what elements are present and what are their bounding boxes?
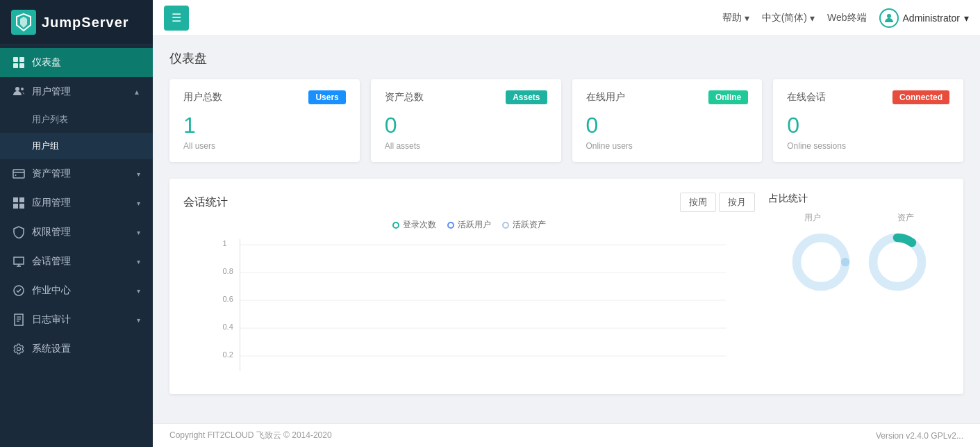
sidebar-label-log-audit: 日志审计: [32, 314, 137, 326]
stat-desc-connected: Online sessions: [787, 141, 949, 151]
lang-link[interactable]: 中文(简体) ▾: [762, 12, 815, 24]
footer-version: Version v2.4.0 GPLv2...: [876, 431, 963, 441]
help-link[interactable]: 帮助 ▾: [722, 12, 749, 24]
sidebar-label-user-list: 用户列表: [32, 113, 68, 126]
stat-card-assets-title: 资产总数: [385, 91, 424, 104]
stat-card-users: 用户总数 Users 1 All users: [169, 79, 360, 162]
stat-value-assets: 0: [385, 113, 547, 138]
sidebar-item-permission-management[interactable]: 权限管理 ▾: [0, 218, 153, 247]
sidebar-label-permission-management: 权限管理: [32, 226, 137, 238]
sidebar-item-task-center[interactable]: 作业中心 ▾: [0, 276, 153, 305]
sidebar-toggle-button[interactable]: ☰: [164, 6, 189, 31]
svg-rect-5: [13, 63, 18, 68]
stat-card-connected-header: 在线会话 Connected: [787, 90, 949, 104]
app-management-arrow: ▾: [137, 200, 140, 207]
svg-text:0.6: 0.6: [223, 295, 233, 303]
stat-desc-online-users: Online users: [586, 141, 749, 151]
sidebar-item-system-settings[interactable]: 系统设置: [0, 334, 153, 364]
chart-btn-month[interactable]: 按月: [719, 193, 755, 212]
lang-arrow: ▾: [810, 13, 815, 24]
pie-labels-row: 用户 资产: [769, 212, 949, 224]
sidebar-item-dashboard[interactable]: 仪表盘: [0, 48, 153, 77]
sidebar-item-session-management[interactable]: 会话管理 ▾: [0, 247, 153, 276]
svg-point-7: [15, 87, 19, 91]
chart-right: 占比统计 用户 资产: [769, 193, 949, 380]
asset-management-arrow: ▾: [137, 170, 140, 178]
stat-card-assets: 资产总数 Assets 0 All assets: [371, 79, 561, 162]
log-audit-arrow: ▾: [137, 316, 140, 324]
chart-section: 会话统计 按周 按月 登录次数: [169, 179, 963, 394]
sidebar-item-log-audit[interactable]: 日志审计 ▾: [0, 305, 153, 334]
sidebar-item-user-list[interactable]: 用户列表: [0, 106, 153, 133]
svg-point-32: [797, 238, 845, 286]
user-avatar: [879, 8, 899, 28]
stat-value-online-users: 0: [586, 113, 749, 138]
help-arrow: ▾: [745, 13, 749, 24]
stats-grid: 用户总数 Users 1 All users 资产总数 Assets 0 All…: [169, 79, 963, 162]
svg-text:0.8: 0.8: [223, 267, 233, 275]
sidebar-label-app-management: 应用管理: [32, 197, 137, 209]
main-area: ☰ 帮助 ▾ 中文(简体) ▾ Web终端 Admini: [153, 0, 980, 447]
chart-title: 会话统计: [183, 195, 228, 210]
stat-value-users: 1: [183, 113, 346, 138]
legend-dot-active-assets: [502, 222, 509, 229]
legend-item-active-assets: 活跃资产: [502, 219, 546, 231]
stat-desc-users: All users: [183, 141, 346, 151]
log-icon: [13, 314, 25, 326]
sidebar-label-session-management: 会话管理: [32, 255, 137, 268]
user-arrow: ▾: [964, 13, 969, 24]
svg-text:1: 1: [223, 239, 227, 247]
svg-rect-14: [13, 204, 18, 209]
stat-badge-connected: Connected: [892, 90, 949, 104]
chart-btn-week[interactable]: 按周: [680, 193, 716, 212]
stat-badge-users: Users: [308, 90, 345, 104]
chart-svg-wrap: 1 0.8 0.6 0.4 0.2: [183, 239, 755, 380]
stat-card-online-users: 在线用户 Online 0 Online users: [572, 79, 763, 162]
donut-asset: [866, 231, 929, 293]
legend-item-active-users: 活跃用户: [447, 219, 491, 231]
legend-label-login: 登录次数: [403, 219, 436, 231]
terminal-link[interactable]: Web终端: [827, 12, 867, 24]
pie-charts: [769, 231, 949, 293]
donut-asset-svg: [866, 231, 929, 293]
svg-point-8: [21, 88, 24, 90]
stat-card-assets-header: 资产总数 Assets: [385, 90, 547, 104]
legend-dot-active-users: [447, 222, 454, 229]
svg-point-20: [887, 14, 891, 18]
stat-card-connected-title: 在线会话: [787, 91, 826, 104]
sidebar-item-user-group[interactable]: 用户组: [0, 133, 153, 159]
chart-header: 会话统计 按周 按月: [183, 193, 755, 212]
svg-rect-9: [13, 170, 24, 178]
line-chart-svg: 1 0.8 0.6 0.4 0.2: [183, 239, 755, 378]
logo-text: JumpServer: [42, 15, 129, 31]
user-menu[interactable]: Administrator ▾: [879, 8, 969, 28]
svg-text:0.4: 0.4: [223, 323, 233, 331]
logo-icon: [11, 10, 36, 35]
legend-label-active-users: 活跃用户: [458, 219, 491, 231]
svg-rect-4: [19, 57, 24, 62]
permission-icon: [13, 226, 25, 238]
sidebar-item-app-management[interactable]: 应用管理 ▾: [0, 188, 153, 218]
svg-rect-12: [13, 197, 18, 202]
dashboard-icon: [13, 56, 25, 69]
help-label: 帮助: [722, 12, 742, 24]
stat-card-users-header: 用户总数 Users: [183, 90, 346, 104]
legend-item-login: 登录次数: [392, 219, 436, 231]
stat-card-online-users-title: 在线用户: [586, 91, 625, 104]
pie-label-user: 用户: [769, 212, 856, 224]
task-center-arrow: ▾: [137, 287, 140, 295]
chart-legend: 登录次数 活跃用户 活跃资产: [183, 219, 755, 231]
sidebar-label-dashboard: 仪表盘: [32, 56, 140, 69]
sidebar-item-asset-management[interactable]: 资产管理 ▾: [0, 159, 153, 188]
user-name: Administrator: [903, 13, 960, 24]
sidebar-label-asset-management: 资产管理: [32, 168, 137, 180]
session-icon: [13, 255, 25, 268]
settings-icon: [13, 343, 25, 355]
sidebar-item-user-management[interactable]: 用户管理 ▲: [0, 77, 153, 106]
sidebar-nav: 仪表盘 用户管理 ▲ 用户列表 用户组 资产管理 ▾: [0, 45, 153, 447]
stat-card-users-title: 用户总数: [183, 91, 222, 104]
page-title: 仪表盘: [169, 50, 963, 67]
sidebar-label-user-group: 用户组: [32, 140, 59, 152]
lang-label: 中文(简体): [762, 12, 807, 24]
footer-copyright: Copyright FIT2CLOUD 飞致云 © 2014-2020: [169, 430, 332, 441]
